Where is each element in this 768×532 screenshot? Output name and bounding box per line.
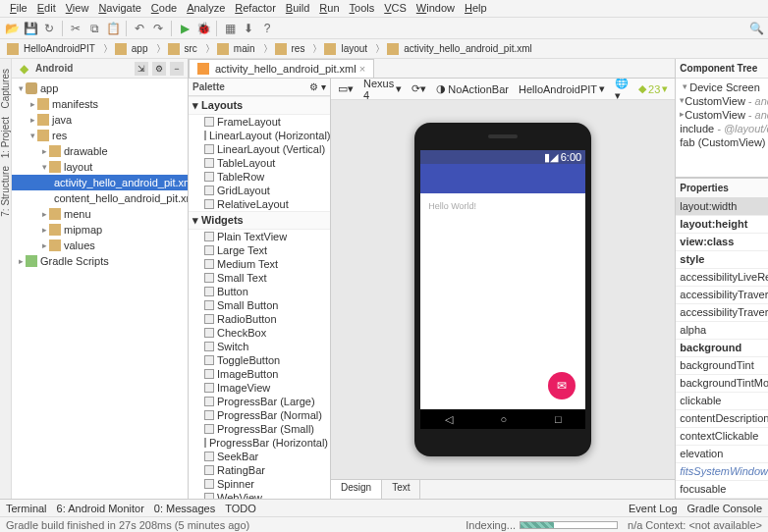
debug-icon[interactable]: 🐞 — [195, 21, 211, 36]
help-icon[interactable]: ? — [259, 21, 275, 36]
menu-code[interactable]: Code — [147, 2, 181, 15]
breadcrumb-item[interactable]: HelloAndroidPIT — [4, 43, 98, 55]
menu-edit[interactable]: Edit — [33, 2, 60, 15]
close-tab-icon[interactable]: × — [359, 63, 365, 75]
orientation-icon[interactable]: ⟳▾ — [409, 82, 429, 95]
property-row[interactable]: alpha — [676, 322, 768, 340]
tree-row[interactable]: ▾app — [12, 80, 188, 96]
palette-settings-icon[interactable]: ⚙ ▾ — [309, 81, 326, 92]
properties-table[interactable]: layout:widthmatch_parentlayout:heightmat… — [676, 198, 768, 499]
bottom-tool[interactable]: Gradle Console — [687, 503, 762, 514]
fab-button[interactable]: ✉ — [548, 372, 576, 399]
module-selector[interactable]: HelloAndroidPIT ▾ — [516, 82, 608, 95]
palette-item[interactable]: CheckBox — [189, 326, 330, 340]
breadcrumb-item[interactable]: 〉 app — [100, 42, 151, 56]
rail-tab[interactable]: 1: Project — [0, 117, 11, 158]
bottom-tool[interactable]: Event Log — [629, 503, 678, 514]
palette-item[interactable]: ImageView — [189, 381, 330, 395]
property-row[interactable]: layout:widthmatch_parent — [676, 198, 768, 216]
sync-icon[interactable]: ↻ — [41, 21, 57, 36]
designer-tab-design[interactable]: Design — [331, 480, 382, 499]
breadcrumb-item[interactable]: 〉 activity_hello_android_pit.xml — [372, 42, 535, 56]
menu-tools[interactable]: Tools — [346, 2, 379, 15]
component-row[interactable]: ▾Device Screen — [678, 80, 768, 94]
property-row[interactable]: accessibilityLiveRegion — [676, 269, 768, 287]
search-icon[interactable]: 🔍 — [748, 21, 764, 36]
palette-item[interactable]: Small Button — [189, 298, 330, 312]
project-view-selector[interactable]: Android — [35, 63, 131, 74]
palette-item[interactable]: ProgressBar (Normal) — [189, 408, 330, 422]
property-row[interactable]: clickable — [676, 393, 768, 410]
device-icon[interactable]: ▭▾ — [335, 82, 357, 95]
menu-navigate[interactable]: Navigate — [94, 2, 144, 15]
property-row[interactable]: backgroundTintMode — [676, 375, 768, 393]
menu-file[interactable]: File — [6, 2, 31, 15]
bottom-tool[interactable]: 0: Messages — [154, 503, 215, 514]
tree-row[interactable]: ▸values — [12, 238, 188, 253]
palette-list[interactable]: ▾ LayoutsFrameLayoutLinearLayout (Horizo… — [189, 96, 330, 499]
palette-item[interactable]: TableLayout — [189, 156, 330, 170]
paste-icon[interactable]: 📋 — [105, 21, 121, 36]
palette-item[interactable]: Spinner — [189, 477, 330, 491]
palette-item[interactable]: ToggleButton — [189, 353, 330, 367]
property-row[interactable]: elevation — [676, 446, 768, 463]
palette-item[interactable]: ProgressBar (Horizontal) — [189, 436, 330, 450]
property-row[interactable]: fitsSystemWindows — [676, 463, 768, 481]
palette-item[interactable]: ProgressBar (Small) — [189, 422, 330, 436]
palette-item[interactable]: ImageButton — [189, 367, 330, 381]
sdk-icon[interactable]: ⬇ — [241, 21, 256, 36]
breadcrumb-item[interactable]: 〉 src — [153, 42, 200, 56]
property-row[interactable]: accessibilityTraversalBefo — [676, 304, 768, 322]
bottom-tool[interactable]: 6: Android Monitor — [57, 503, 144, 514]
palette-item[interactable]: Button — [189, 285, 330, 298]
palette-item[interactable]: Plain TextView — [189, 230, 330, 243]
avd-icon[interactable]: ▦ — [222, 21, 238, 36]
bottom-tool[interactable]: TODO — [225, 503, 256, 514]
property-row[interactable]: layout:heightmatch_parent — [676, 216, 768, 234]
palette-item[interactable]: LinearLayout (Horizontal) — [189, 129, 330, 142]
editor-tab-active[interactable]: activity_hello_android_pit.xml × — [189, 59, 374, 78]
api-selector[interactable]: ◆ 23 ▾ — [635, 82, 671, 95]
project-tree[interactable]: ▾app▸manifests▸java▾res▸drawable▾layouta… — [12, 79, 188, 499]
cut-icon[interactable]: ✂ — [68, 21, 83, 36]
component-row[interactable]: ▸CustomView- android.support.design.widg… — [678, 108, 768, 122]
rail-tab[interactable]: Captures — [0, 69, 11, 109]
copy-icon[interactable]: ⧉ — [86, 21, 102, 36]
palette-item[interactable]: RadioButton — [189, 312, 330, 326]
palette-item[interactable]: GridLayout — [189, 184, 330, 197]
palette-item[interactable]: Switch — [189, 340, 330, 353]
component-tree[interactable]: ▾Device Screen▾CustomView- android.suppo… — [676, 79, 768, 177]
tree-row[interactable]: ▾res — [12, 128, 188, 143]
tree-row[interactable]: ▸menu — [12, 206, 188, 222]
menu-build[interactable]: Build — [282, 2, 313, 15]
property-row[interactable]: view:classandroid.support.design.wi... — [676, 234, 768, 251]
tree-row[interactable]: ▸drawable — [12, 143, 188, 159]
tree-row[interactable]: ▸Gradle Scripts — [12, 253, 188, 269]
menu-vcs[interactable]: VCS — [380, 2, 411, 15]
menu-refactor[interactable]: Refactor — [231, 2, 280, 15]
palette-item[interactable]: Small Text — [189, 271, 330, 285]
tree-row[interactable]: content_hello_android_pit.xml — [12, 190, 188, 206]
design-canvas[interactable]: ▮◢ 6:00 Hello World! ✉ ◁ ○ □ — [331, 100, 675, 479]
palette-group[interactable]: ▾ Layouts — [189, 96, 330, 115]
palette-item[interactable]: FrameLayout — [189, 115, 330, 129]
palette-item[interactable]: Large Text — [189, 243, 330, 257]
property-row[interactable]: accessibilityTraversalAfte — [676, 287, 768, 304]
menu-help[interactable]: Help — [461, 2, 491, 15]
breadcrumb-item[interactable]: 〉 layout — [309, 42, 370, 56]
device-selector[interactable]: Nexus 4 ▾ — [360, 79, 405, 101]
palette-item[interactable]: RatingBar — [189, 463, 330, 477]
menu-run[interactable]: Run — [315, 2, 343, 15]
component-row[interactable]: fab (CustomView)- android.support.design… — [678, 135, 768, 149]
menu-window[interactable]: Window — [412, 2, 459, 15]
open-icon[interactable]: 📂 — [4, 21, 20, 36]
property-row[interactable]: style — [676, 251, 768, 269]
bottom-tool[interactable]: Terminal — [6, 503, 47, 514]
palette-item[interactable]: Medium Text — [189, 257, 330, 271]
palette-item[interactable]: ProgressBar (Large) — [189, 395, 330, 408]
run-icon[interactable]: ▶ — [177, 21, 192, 36]
palette-item[interactable]: SeekBar — [189, 450, 330, 463]
palette-item[interactable]: WebView — [189, 491, 330, 499]
property-row[interactable]: background — [676, 340, 768, 357]
component-row[interactable]: include- @layout/content_hello_...d_pit — [678, 122, 768, 135]
